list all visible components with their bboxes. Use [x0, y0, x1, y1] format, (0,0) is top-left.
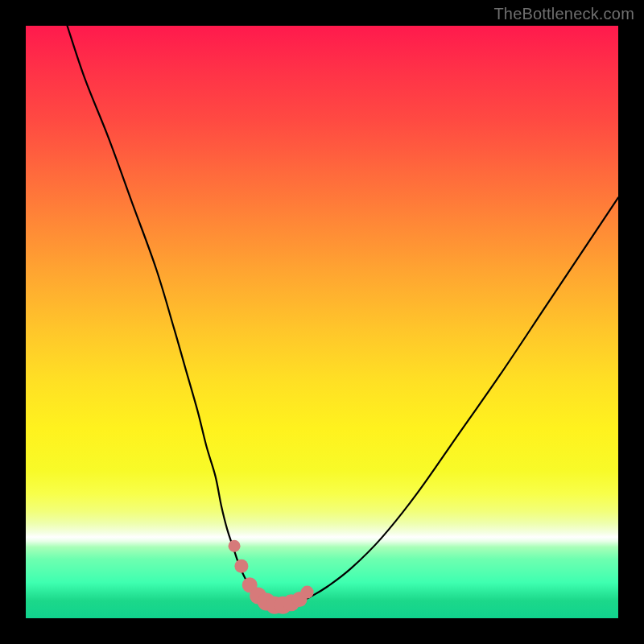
watermark-label: TheBottleneck.com — [493, 5, 634, 23]
bottleneck-curve — [68, 26, 618, 606]
bottleneck-curve-svg — [26, 26, 618, 618]
trough-marker — [301, 586, 314, 599]
plot-area — [26, 26, 618, 618]
trough-markers — [229, 540, 314, 614]
chart-frame: TheBottleneck.com — [0, 0, 644, 644]
trough-marker — [234, 559, 248, 573]
trough-marker — [229, 540, 241, 552]
